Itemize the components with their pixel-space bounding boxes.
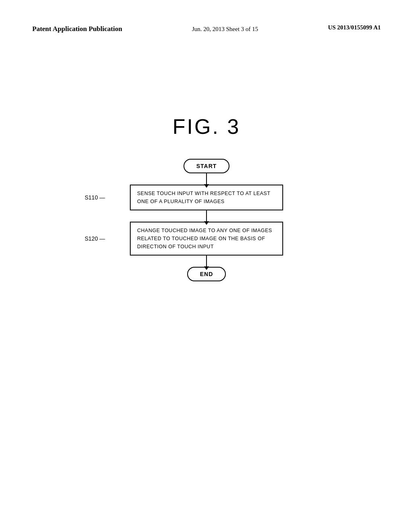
page-header: Patent Application Publication Jun. 20, … xyxy=(32,24,381,34)
header-date-sheet: Jun. 20, 2013 Sheet 3 of 15 xyxy=(192,24,258,34)
step-row-s110: S110 — SENSE TOUCH INPUT WITH RESPECT TO… xyxy=(32,185,381,210)
arrow-s120-to-end xyxy=(206,256,207,267)
arrow-s110-to-s120 xyxy=(206,210,207,222)
arrow-start-to-s110 xyxy=(206,173,207,185)
patent-page: Patent Application Publication Jun. 20, … xyxy=(0,0,413,532)
header-patent-number: US 2013/0155099 A1 xyxy=(328,24,381,31)
header-publication-label: Patent Application Publication xyxy=(32,24,122,34)
start-oval: START xyxy=(184,159,230,173)
step-row-s120: S120 — CHANGE TOUCHED IMAGE TO ANY ONE O… xyxy=(32,222,381,256)
process-box-s120: CHANGE TOUCHED IMAGE TO ANY ONE OF IMAGE… xyxy=(130,222,283,256)
process-box-s110: SENSE TOUCH INPUT WITH RESPECT TO AT LEA… xyxy=(130,185,283,210)
step-s110-label: S110 — xyxy=(85,194,105,201)
figure-title: FIG. 3 xyxy=(32,114,381,139)
flowchart: START S110 — SENSE TOUCH INPUT WITH RESP… xyxy=(32,159,381,281)
step-s120-label: S120 — xyxy=(85,235,105,242)
